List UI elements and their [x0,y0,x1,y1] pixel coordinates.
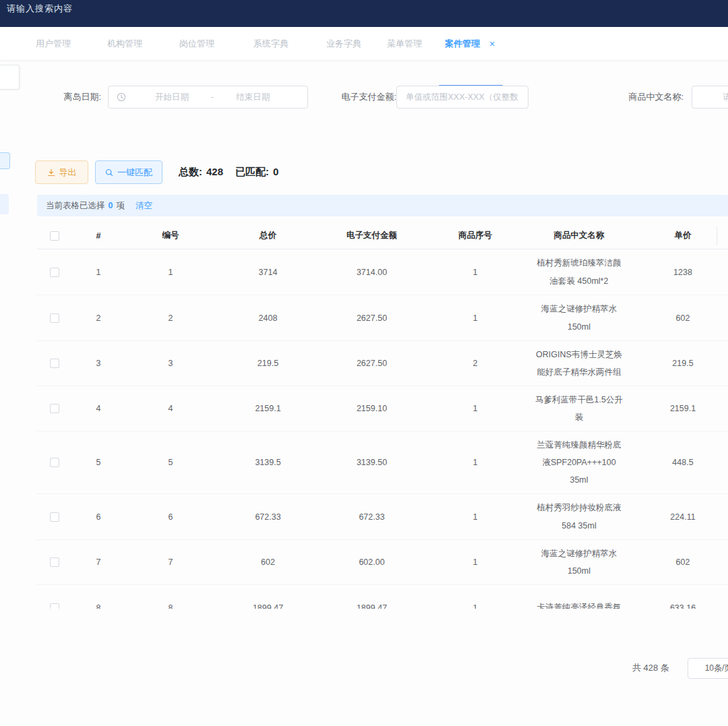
export-button[interactable]: 导出 [35,160,88,184]
tab-case-mgmt-label: 案件管理 [445,38,480,50]
select-all-checkbox[interactable] [50,231,59,241]
col-total: 总价 [216,230,320,241]
table-row: 5 5 3139.5 3139.50 1 兰蔻菁纯臻颜精华粉底液SPF20PA+… [37,431,728,494]
matched-label: 已匹配: [235,166,269,177]
app-screen: 请输入搜索内容 用户管理 机构管理 岗位管理 系统字典 业务字典 菜单管理 案件… [0,0,728,726]
one-click-match-label: 一键匹配 [117,167,152,179]
epay-filter-label: 电子支付金额: [326,91,396,103]
col-seq: 商品序号 [423,230,527,241]
total-label: 总数: [179,166,202,177]
row-checkbox[interactable] [50,458,59,467]
table-row: 3 3 219.5 2627.50 2 ORIGINS韦博士灵芝焕能好底子精华水… [37,341,728,386]
col-code: 编号 [125,230,216,241]
tab-org-mgmt[interactable]: 机构管理 [107,27,142,60]
export-button-label: 导出 [59,167,77,179]
product-name-filter-label: 商品中文名称: [609,91,684,103]
global-search-input[interactable]: 请输入搜索内容 [7,3,73,15]
tab-user-mgmt[interactable]: 用户管理 [36,27,71,60]
clipped-bar-fragment [0,194,9,214]
row-checkbox[interactable] [50,404,59,413]
epay-amount-input[interactable] [396,86,528,109]
tab-menu-mgmt[interactable]: 菜单管理 [387,27,422,60]
col-unit: 单价 [631,230,728,241]
table-row: 2 2 2408 2627.50 1 海蓝之谜修护精萃水 150ml 602 [37,295,728,341]
tab-post-mgmt[interactable]: 岗位管理 [179,27,214,60]
column-divider [717,226,717,245]
row-checkbox[interactable] [50,313,59,323]
table-row: 7 7 602 602.00 1 海蓝之谜修护精萃水 150ml 602 [37,540,728,585]
clipped-button-fragment [0,152,10,169]
clear-selection-link[interactable]: 清空 [135,200,152,212]
total-value: 428 [206,166,223,177]
clock-icon [117,92,126,102]
selection-suffix: 项 [116,200,125,212]
date-end-input[interactable] [216,92,289,102]
row-checkbox[interactable] [50,512,59,522]
top-navbar: 请输入搜索内容 [0,0,728,27]
tab-sys-dict[interactable]: 系统字典 [253,27,289,60]
tab-biz-dict[interactable]: 业务字典 [326,27,361,60]
tab-case-mgmt[interactable]: 案件管理 × [445,27,495,60]
table-header-row: # 编号 总价 电子支付金额 商品序号 商品中文名称 单价 [37,222,728,249]
page-size-select[interactable]: 10条/页 [688,658,728,679]
row-checkbox[interactable] [50,268,59,277]
cases-table: # 编号 总价 电子支付金额 商品序号 商品中文名称 单价 1 1 3714 3… [37,222,728,609]
one-click-match-button[interactable]: 一键匹配 [95,160,162,184]
pagination-total: 共 428 条 [632,662,669,674]
row-checkbox[interactable] [50,359,59,368]
tab-bar: 用户管理 机构管理 岗位管理 系统字典 业务字典 菜单管理 案件管理 × [0,27,728,61]
selection-info-bar: 当前表格已选择 0 项 清空 [37,195,728,216]
col-name: 商品中文名称 [527,230,631,241]
selection-count: 0 [109,201,113,210]
clipped-panel-fragment [0,65,20,90]
col-epay: 电子支付金额 [320,230,423,241]
download-icon [47,169,55,177]
matched-value: 0 [273,166,278,177]
match-stats: 总数:428已匹配:0 [179,166,282,179]
date-start-input[interactable] [135,92,208,102]
table-row: 4 4 2159.1 2159.10 1 马爹利蓝带干邑1.5公升装 2159.… [37,386,728,431]
date-filter-label: 离岛日期: [39,91,101,103]
row-checkbox[interactable] [50,603,59,609]
close-icon[interactable]: × [489,38,495,49]
product-name-input[interactable] [692,86,728,109]
date-range-separator: - [208,92,216,102]
date-range-picker[interactable]: - [108,86,308,109]
table-row: 6 6 672.33 672.33 1 植村秀羽纱持妆粉底液 584 35ml … [37,494,728,540]
page-size-value: 10条/页 [705,663,728,674]
table-row: 1 1 3714 3714.00 1 植村秀新琥珀臻萃洁颜油套装 450ml*2… [37,249,728,295]
col-index: # [71,231,125,241]
table-row: 8 8 1899.47 1899.47 1 卡诗菁纯亮泽经典香氛 633.16 [37,585,728,609]
selection-prefix: 当前表格已选择 [46,200,105,212]
search-icon [105,169,113,177]
row-checkbox[interactable] [50,557,59,567]
